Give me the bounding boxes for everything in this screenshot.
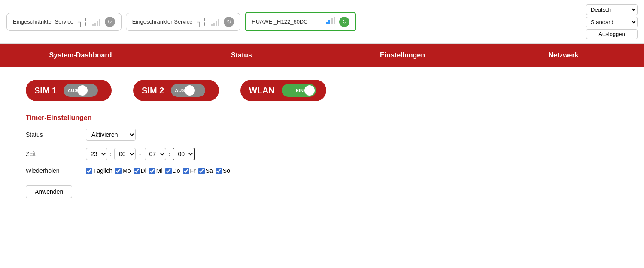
repeat-label: Wiederholen [26,167,86,174]
checkbox-di[interactable] [134,168,140,174]
time-to-min-select[interactable]: 00 [173,148,195,160]
sim2-toggle-switch[interactable]: AUS [171,84,205,97]
day-so[interactable]: So [216,167,230,174]
day-sa[interactable]: Sa [198,167,213,174]
status-select[interactable]: Aktivieren Deaktivieren [86,129,136,141]
sim1-toggle-label: SIM 1 [34,86,57,96]
day-di-label: Di [141,167,146,174]
sim2-antenna-icon: ┐╎ [197,17,207,27]
sim1-label: Eingeschränkter Service [13,18,73,25]
svg-rect-2 [331,18,333,24]
checkbox-so[interactable] [216,168,222,174]
sim1-refresh-icon[interactable]: ↻ [105,17,115,27]
repeat-row: Wiederholen Täglich Mo Di Mi Do [26,167,618,174]
apply-button[interactable]: Anwenden [26,185,72,198]
checkbox-mi[interactable] [149,168,155,174]
time-from-hour-select[interactable]: 23 00010203 04050607 08091011 12131415 1… [86,148,107,160]
day-fr-label: Fr [190,167,196,174]
nav-item-netzwerk[interactable]: Netzwerk [483,44,644,67]
day-fr[interactable]: Fr [183,167,196,174]
svg-rect-1 [328,20,330,24]
day-do-label: Do [173,167,180,174]
day-do[interactable]: Do [165,167,180,174]
day-so-label: So [223,167,230,174]
day-mo[interactable]: Mo [115,167,131,174]
zeit-row: Zeit 23 00010203 04050607 08091011 12131… [26,148,618,160]
timer-section-title: Timer-Einstellungen [26,114,618,122]
sim2-toggle-label: SIM 2 [142,86,164,96]
svg-rect-3 [334,17,335,24]
sim1-card: Eingeschränkter Service ┐╎ ↻ [6,13,122,31]
wifi-card: HUAWEI_H122_60DC ↻ [245,12,356,31]
zeit-label: Zeit [26,151,86,157]
sim1-toggle-switch[interactable]: AUS [64,84,98,97]
sim2-card: Eingeschränkter Service ┐╎ ↻ [126,13,241,31]
time-to-hour-select[interactable]: 07 00010203 040506 08091011 12131415 161… [145,148,166,160]
wlan-toggle-label: WLAN [249,86,275,96]
status-row: Status Aktivieren Deaktivieren [26,129,618,141]
sim1-toggle-state: AUS [67,88,77,93]
sim1-signal-icon [92,18,100,26]
checkbox-fr[interactable] [183,168,189,174]
svg-rect-0 [326,22,328,24]
time-group: 23 00010203 04050607 08091011 12131415 1… [86,148,195,160]
top-right-controls: Deutsch English Standard Ausloggen [586,4,638,39]
sim2-toggle-state: AUS [175,88,185,93]
main-content: SIM 1 AUS SIM 2 AUS WLAN EIN Timer-Einst… [0,67,644,211]
day-mi[interactable]: Mi [149,167,163,174]
wlan-toggle-card: WLAN EIN [240,80,326,101]
wlan-toggle-knob [304,85,315,96]
logout-button[interactable]: Ausloggen [586,29,638,39]
sim2-refresh-icon[interactable]: ↻ [224,17,234,27]
nav-item-system-dashboard[interactable]: System-Dashboard [0,44,161,67]
sim1-toggle-knob [77,85,88,96]
nav-bar: System-Dashboard Status Einstellungen Ne… [0,44,644,67]
sim2-signal-icon [211,18,219,26]
wifi-refresh-icon[interactable]: ↻ [339,17,349,27]
checkbox-mo[interactable] [115,168,122,174]
nav-item-einstellungen[interactable]: Einstellungen [322,44,483,67]
top-bar: Eingeschränkter Service ┐╎ ↻ Eingeschrän… [0,0,644,44]
language-select[interactable]: Deutsch English [586,4,638,15]
day-mo-label: Mo [122,167,131,174]
toggle-group: SIM 1 AUS SIM 2 AUS WLAN EIN [26,80,618,101]
day-sa-label: Sa [206,167,213,174]
time-dash: - [139,151,141,157]
day-di[interactable]: Di [134,167,146,174]
day-mi-label: Mi [156,167,163,174]
time-from-min-select[interactable]: 00 [114,148,136,160]
sim1-toggle-card: SIM 1 AUS [26,80,112,101]
days-checkbox-group: Täglich Mo Di Mi Do Fr [86,167,230,174]
theme-select[interactable]: Standard [586,17,638,27]
wlan-toggle-state: EIN [296,88,304,93]
sim2-toggle-knob [185,85,195,96]
checkbox-taeglich[interactable] [86,168,92,174]
sim1-antenna-icon: ┐╎ [78,17,88,27]
checkbox-do[interactable] [165,168,172,174]
nav-item-status[interactable]: Status [161,44,322,67]
sim2-label: Eingeschränkter Service [132,18,193,25]
day-taeglich-label: Täglich [93,167,112,174]
status-label: Status [26,131,86,138]
wifi-antenna-icon [325,16,335,27]
wlan-toggle-switch[interactable]: EIN [282,84,316,97]
checkbox-sa[interactable] [198,168,205,174]
sim2-toggle-card: SIM 2 AUS [133,80,219,101]
time-sep-1: : [110,151,112,157]
day-taeglich[interactable]: Täglich [86,167,112,174]
time-sep-2: : [169,151,170,157]
wifi-label: HUAWEI_H122_60DC [252,18,321,25]
